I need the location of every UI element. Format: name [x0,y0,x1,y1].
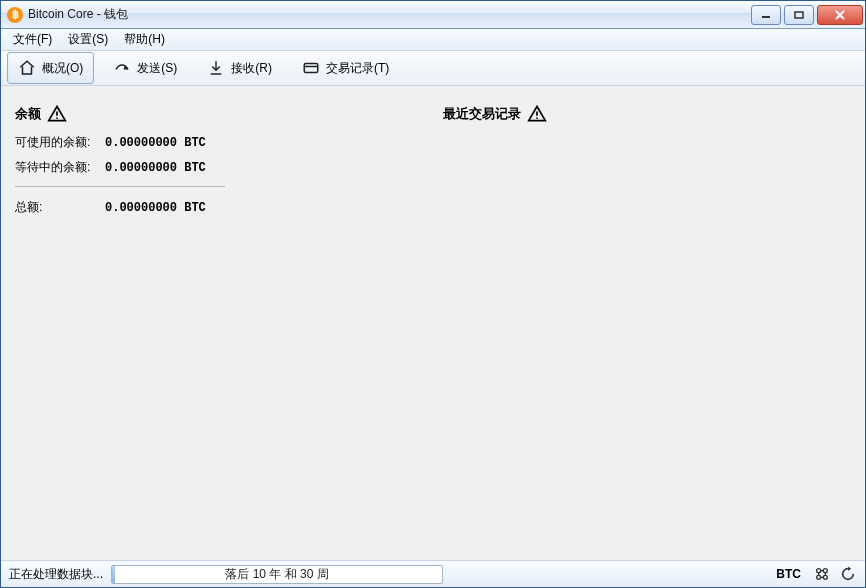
tab-overview-label: 概况(O) [42,60,83,77]
balances-title-text: 余额 [15,105,41,123]
menu-help[interactable]: 帮助(H) [118,29,171,50]
bitcoin-icon: ฿ [7,7,23,23]
balance-row-total: 总额: 0.00000000 BTC [15,199,423,216]
window-title: Bitcoin Core - 钱包 [28,6,128,23]
recent-title-text: 最近交易记录 [443,105,521,123]
tab-overview[interactable]: 概况(O) [7,52,94,84]
menubar: 文件(F) 设置(S) 帮助(H) [1,29,865,51]
sync-spinner-icon[interactable] [839,565,857,583]
available-label: 可使用的余额: [15,134,105,151]
svg-point-12 [817,575,821,579]
send-icon [113,59,131,77]
receive-icon [207,59,225,77]
tab-transactions-label: 交易记录(T) [326,60,389,77]
tab-receive[interactable]: 接收(R) [196,52,283,84]
pending-value: 0.00000000 BTC [105,161,206,175]
recent-column: 最近交易记录 [443,104,851,552]
svg-point-13 [823,575,827,579]
minimize-button[interactable] [751,5,781,25]
statusbar: 正在处理数据块... 落后 10 年 和 30 周 BTC [1,560,865,587]
close-button[interactable] [817,5,863,25]
total-label: 总额: [15,199,105,216]
tab-send-label: 发送(S) [137,60,177,77]
warning-icon [527,104,547,124]
transactions-icon [302,59,320,77]
tab-transactions[interactable]: 交易记录(T) [291,52,400,84]
svg-rect-4 [304,64,318,73]
tab-receive-label: 接收(R) [231,60,272,77]
menu-file[interactable]: 文件(F) [7,29,58,50]
balances-list: 可使用的余额: 0.00000000 BTC 等待中的余额: 0.0000000… [15,134,423,216]
balance-row-pending: 等待中的余额: 0.00000000 BTC [15,159,423,176]
svg-point-11 [823,569,827,573]
sync-progress-bar: 落后 10 年 和 30 周 [111,565,443,584]
svg-rect-1 [795,12,803,18]
balances-column: 余额 可使用的余额: 0.00000000 BTC 等待中的余额: 0.0000… [15,104,423,552]
divider [15,186,225,187]
home-icon [18,59,36,77]
tab-send[interactable]: 发送(S) [102,52,188,84]
status-unit[interactable]: BTC [776,567,801,581]
balance-row-available: 可使用的余额: 0.00000000 BTC [15,134,423,151]
toolbar: 概况(O) 发送(S) 接收(R) 交易记录(T) [1,51,865,86]
balances-heading: 余额 [15,104,423,124]
content-area: 余额 可使用的余额: 0.00000000 BTC 等待中的余额: 0.0000… [1,86,865,560]
menu-settings[interactable]: 设置(S) [62,29,114,50]
progress-label: 落后 10 年 和 30 周 [225,566,328,583]
window-controls [751,5,863,25]
total-value: 0.00000000 BTC [105,201,206,215]
recent-heading: 最近交易记录 [443,104,851,124]
pending-label: 等待中的余额: [15,159,105,176]
svg-point-10 [817,569,821,573]
status-processing-text: 正在处理数据块... [9,566,103,583]
maximize-button[interactable] [784,5,814,25]
available-value: 0.00000000 BTC [105,136,206,150]
app-window: ฿ Bitcoin Core - 钱包 文件(F) 设置(S) 帮助(H) 概况… [0,0,866,588]
warning-icon [47,104,67,124]
network-icon[interactable] [813,565,831,583]
progress-fill [112,566,115,583]
titlebar: ฿ Bitcoin Core - 钱包 [1,1,865,29]
svg-point-7 [56,117,58,119]
svg-point-9 [536,117,538,119]
